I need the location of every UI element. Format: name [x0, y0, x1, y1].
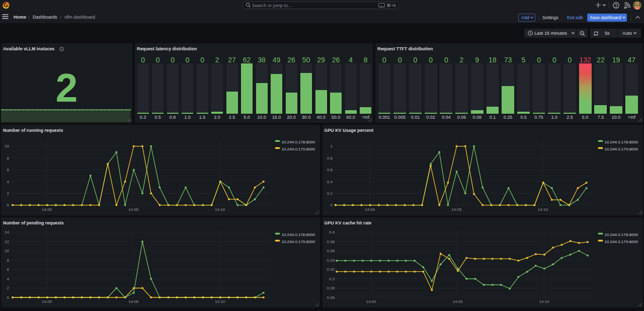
svg-text:0.4: 0.4	[329, 230, 335, 235]
svg-text:14:10: 14:10	[539, 299, 549, 304]
svg-text:10.244.0.179:8000: 10.244.0.179:8000	[282, 147, 315, 151]
svg-text:0.2: 0.2	[327, 191, 333, 196]
svg-text:14:10: 14:10	[215, 299, 225, 304]
svg-text:14:00: 14:00	[42, 207, 52, 212]
svg-text:10.244.0.178:8000: 10.244.0.178:8000	[282, 140, 315, 144]
svg-text:10.244.0.179:8000: 10.244.0.179:8000	[282, 240, 315, 244]
svg-text:0.6: 0.6	[327, 168, 333, 172]
svg-text:14:10: 14:10	[538, 207, 548, 212]
svg-text:0: 0	[7, 295, 10, 300]
svg-text:1: 1	[330, 144, 333, 148]
svg-text:8: 8	[7, 258, 10, 263]
svg-text:14: 14	[5, 230, 9, 235]
svg-text:0.36: 0.36	[327, 249, 335, 253]
svg-text:4: 4	[7, 180, 10, 184]
svg-text:0: 0	[330, 203, 333, 207]
svg-text:6: 6	[7, 267, 10, 272]
svg-text:6: 6	[7, 168, 10, 172]
svg-text:10: 10	[5, 249, 9, 253]
svg-text:0.3: 0.3	[329, 277, 335, 281]
svg-text:0: 0	[7, 203, 10, 207]
svg-text:0.28: 0.28	[327, 286, 335, 290]
svg-text:0.26: 0.26	[327, 295, 335, 300]
svg-text:10.244.0.178:8000: 10.244.0.178:8000	[604, 140, 638, 144]
svg-text:10: 10	[5, 144, 9, 148]
svg-text:14:05: 14:05	[128, 299, 139, 304]
svg-text:12: 12	[5, 240, 9, 244]
svg-text:14:00: 14:00	[366, 299, 376, 304]
svg-text:14:05: 14:05	[452, 299, 463, 304]
svg-text:8: 8	[7, 156, 10, 161]
svg-text:0.32: 0.32	[327, 267, 335, 272]
svg-text:2: 2	[7, 286, 10, 290]
svg-text:14:00: 14:00	[365, 207, 375, 212]
svg-text:14:00: 14:00	[42, 299, 52, 304]
svg-text:10.244.0.178:8000: 10.244.0.178:8000	[282, 232, 315, 237]
svg-text:4: 4	[7, 277, 10, 281]
svg-text:14:05: 14:05	[128, 207, 139, 212]
svg-text:10.244.0.179:8000: 10.244.0.179:8000	[604, 147, 638, 151]
svg-text:10.244.0.178:8000: 10.244.0.178:8000	[604, 232, 638, 237]
svg-text:0.34: 0.34	[327, 258, 335, 263]
svg-text:14:10: 14:10	[215, 207, 225, 212]
svg-text:0.4: 0.4	[327, 180, 333, 184]
svg-text:2: 2	[7, 191, 10, 196]
svg-text:10.244.0.179:8000: 10.244.0.179:8000	[604, 240, 638, 244]
svg-text:14:05: 14:05	[451, 207, 462, 212]
svg-text:0.38: 0.38	[327, 240, 335, 244]
svg-text:0.8: 0.8	[327, 156, 333, 161]
